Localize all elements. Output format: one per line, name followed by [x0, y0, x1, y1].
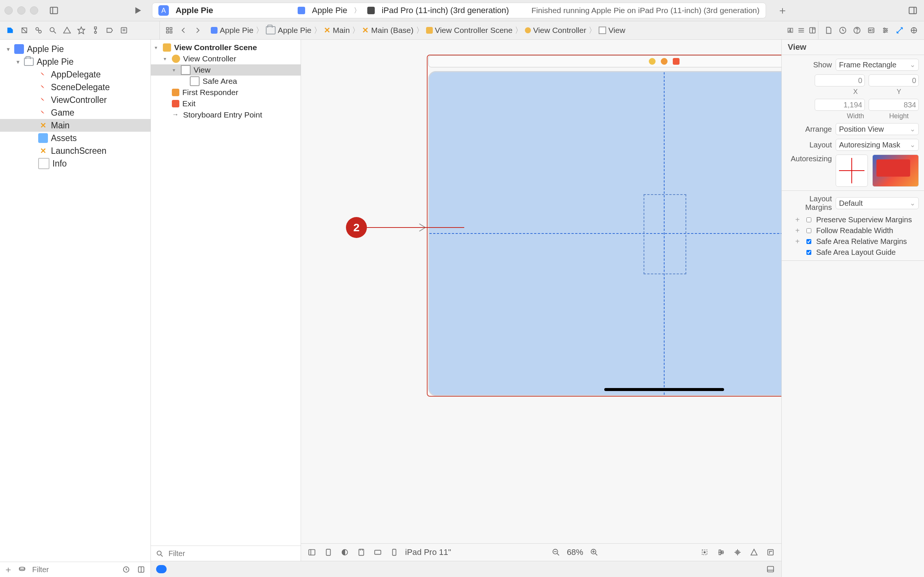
- crumb-main-base[interactable]: Main (Base): [371, 26, 414, 35]
- width-field[interactable]: 1,194: [815, 99, 865, 111]
- debug-navigator-tab[interactable]: [90, 25, 101, 36]
- outline-item-vc[interactable]: ▾View Controller: [151, 53, 300, 64]
- interface-builder-canvas[interactable]: View 2: [301, 40, 781, 561]
- resolve-constraints-icon[interactable]: [748, 547, 760, 558]
- project-navigator-tab[interactable]: [5, 25, 16, 36]
- crumb-scene[interactable]: View Controller Scene: [435, 26, 512, 35]
- find-navigator-tab[interactable]: [47, 25, 58, 36]
- minimize-window[interactable]: [17, 6, 26, 15]
- safe-area-guide-check[interactable]: [806, 250, 811, 255]
- scene[interactable]: [428, 55, 781, 396]
- placeholder-box[interactable]: [644, 194, 686, 274]
- related-items-icon[interactable]: [164, 25, 175, 36]
- add-target-button[interactable]: ＋: [776, 4, 789, 17]
- library-button[interactable]: [906, 4, 919, 17]
- outline-item-safearea[interactable]: Safe Area: [151, 76, 300, 87]
- orientation-icon[interactable]: [323, 547, 334, 558]
- connections-inspector-tab[interactable]: [908, 25, 919, 36]
- device-config-icon[interactable]: [356, 547, 367, 558]
- test-navigator-tab[interactable]: [76, 25, 87, 36]
- nav-item-project[interactable]: ▾Apple Pie: [0, 43, 150, 55]
- crumb-main[interactable]: Main: [333, 26, 350, 35]
- update-frames-icon[interactable]: [699, 547, 710, 558]
- size-inspector-tab[interactable]: [894, 25, 905, 36]
- height-field[interactable]: 834: [869, 99, 919, 111]
- toggle-outline-icon[interactable]: [306, 547, 318, 558]
- run-button[interactable]: [131, 4, 144, 17]
- source-control-navigator-tab[interactable]: [19, 25, 30, 36]
- report-navigator-tab[interactable]: [118, 25, 129, 36]
- debug-indicator-icon[interactable]: [156, 565, 166, 573]
- add-editor-icon[interactable]: [807, 25, 818, 36]
- crumb-view[interactable]: View: [608, 26, 625, 35]
- device-name[interactable]: iPad Pro 11": [405, 548, 451, 557]
- recent-filter-icon[interactable]: [121, 564, 132, 575]
- nav-item-file[interactable]: Game: [0, 106, 150, 119]
- zoom-out-icon[interactable]: [550, 547, 562, 558]
- zoom-level[interactable]: 68%: [567, 548, 583, 557]
- outline-item-exit[interactable]: Exit: [151, 98, 300, 109]
- toggle-debug-area-icon[interactable]: [765, 564, 776, 575]
- breakpoint-navigator-tab[interactable]: [104, 25, 115, 36]
- navigator-tree[interactable]: ▾Apple Pie ▾Apple Pie AppDelegate SceneD…: [0, 40, 150, 562]
- nav-item-file[interactable]: ViewController: [0, 93, 150, 106]
- readable-width-check[interactable]: [806, 228, 811, 233]
- scm-filter-icon[interactable]: [136, 564, 147, 575]
- filter-scope-icon[interactable]: [16, 564, 28, 575]
- zoom-in-icon[interactable]: [588, 547, 600, 558]
- issue-navigator-tab[interactable]: [61, 25, 73, 36]
- preserve-superview-check[interactable]: [806, 218, 811, 222]
- destination[interactable]: iPad Pro (11-inch) (3rd generation): [381, 6, 509, 15]
- outline-item-entry[interactable]: →Storyboard Entry Point: [151, 109, 300, 121]
- nav-item-plist[interactable]: Info: [0, 157, 150, 170]
- assistant-editor-icon[interactable]: [784, 25, 796, 36]
- zoom-window[interactable]: [30, 6, 38, 15]
- outline-item-scene[interactable]: ▾View Controller Scene: [151, 42, 300, 53]
- safe-area-margins-check[interactable]: [806, 239, 811, 244]
- nav-item-group[interactable]: ▾Apple Pie: [0, 55, 150, 68]
- identity-inspector-tab[interactable]: [866, 25, 877, 36]
- jump-bar[interactable]: Apple Pie 〉 Apple Pie 〉 ✕Main 〉 ✕Main (B…: [207, 25, 629, 35]
- scene-titlebar[interactable]: [428, 55, 781, 67]
- nav-item-file[interactable]: SceneDelegate: [0, 81, 150, 93]
- outline-tree[interactable]: ▾View Controller Scene ▾View Controller …: [151, 40, 300, 546]
- root-view[interactable]: [428, 71, 781, 396]
- device-landscape-icon[interactable]: [372, 547, 383, 558]
- embed-in-icon[interactable]: [765, 547, 776, 558]
- navigator-filter-input[interactable]: [31, 565, 117, 574]
- appearance-icon[interactable]: [339, 547, 351, 558]
- margins-select[interactable]: Default⌄: [836, 197, 919, 209]
- add-constraints-icon[interactable]: [732, 547, 743, 558]
- align-icon[interactable]: [716, 547, 727, 558]
- back-button[interactable]: [178, 25, 189, 36]
- show-select[interactable]: Frame Rectangle⌄: [836, 59, 919, 71]
- arrange-select[interactable]: Position View⌄: [836, 123, 919, 135]
- x-field[interactable]: 0: [815, 74, 865, 87]
- layout-select[interactable]: Autoresizing Mask⌄: [836, 139, 919, 151]
- crumb-folder[interactable]: Apple Pie: [278, 26, 312, 35]
- crumb-vc[interactable]: View Controller: [533, 26, 586, 35]
- scheme-name[interactable]: Apple Pie: [312, 6, 347, 15]
- crumb-project[interactable]: Apple Pie: [220, 26, 254, 35]
- adjust-editor-icon[interactable]: [796, 25, 807, 36]
- autoresizing-struts[interactable]: [836, 155, 868, 187]
- forward-button[interactable]: [192, 25, 203, 36]
- file-inspector-tab[interactable]: [823, 25, 834, 36]
- nav-item-file[interactable]: AppDelegate: [0, 68, 150, 81]
- help-inspector-tab[interactable]: [851, 25, 863, 36]
- activity-pill[interactable]: A Apple Pie Apple Pie 〉 iPad Pro (11-inc…: [152, 3, 766, 18]
- device-portrait-icon[interactable]: [389, 547, 400, 558]
- symbol-navigator-tab[interactable]: [33, 25, 44, 36]
- outline-filter-input[interactable]: [168, 549, 297, 558]
- toggle-navigator-icon[interactable]: [47, 4, 61, 17]
- add-file-button[interactable]: ＋: [4, 564, 13, 575]
- outline-item-view[interactable]: ▾View: [151, 64, 300, 76]
- y-field[interactable]: 0: [869, 74, 919, 87]
- outline-filter-icon[interactable]: [155, 548, 165, 559]
- nav-item-storyboard[interactable]: ✕LaunchScreen: [0, 144, 150, 157]
- nav-item-storyboard[interactable]: ✕Main: [0, 119, 150, 132]
- attributes-inspector-tab[interactable]: [880, 25, 891, 36]
- nav-item-assets[interactable]: Assets: [0, 132, 150, 144]
- outline-item-responder[interactable]: First Responder: [151, 87, 300, 98]
- history-inspector-tab[interactable]: [837, 25, 848, 36]
